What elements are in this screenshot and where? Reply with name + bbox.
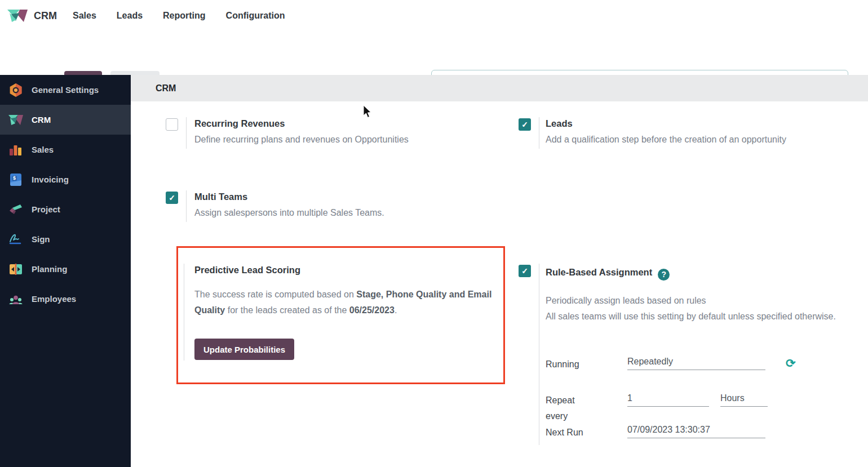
repeat-unit-field[interactable]: Hours (720, 393, 768, 407)
divider (184, 264, 184, 361)
check-icon: ✓ (169, 193, 175, 202)
menu-sales[interactable]: Sales (73, 11, 96, 21)
rule-based-assignment-title: Rule-Based Assignment (546, 267, 652, 277)
multi-teams-checkbox[interactable]: ✓ (166, 192, 178, 204)
divider (186, 117, 187, 149)
sidebar-item-label: CRM (32, 115, 51, 124)
sidebar-item-planning[interactable]: Planning (0, 254, 131, 284)
sidebar-item-label: Employees (32, 294, 76, 304)
refresh-icon[interactable]: ⟳ (786, 357, 796, 369)
sign-icon (8, 232, 24, 247)
control-panel: Settings Save Discard (0, 32, 868, 75)
crm-app-logo-icon[interactable] (7, 7, 28, 24)
next-run-field[interactable]: 07/09/2023 13:30:37 (627, 425, 765, 438)
repeat-every-label: Repeat every (546, 393, 592, 424)
sidebar-item-label: Sales (32, 145, 54, 154)
recurring-revenues-description: Define recurring plans and revenues on O… (194, 132, 499, 147)
leads-title: Leads (546, 118, 861, 129)
desc-text: . (395, 305, 397, 315)
project-icon (8, 202, 24, 217)
leads-checkbox[interactable]: ✓ (519, 118, 531, 131)
settings-sidebar: General Settings CRM Sales (0, 75, 131, 467)
sidebar-item-label: General Settings (32, 85, 99, 95)
top-navbar: CRM Sales Leads Reporting Configuration (0, 0, 868, 32)
running-label: Running (546, 357, 579, 372)
sales-icon (8, 142, 24, 158)
rule-based-description-line1: Periodically assign leads based on rules (546, 293, 861, 309)
svg-text:$: $ (13, 175, 16, 181)
sidebar-item-crm[interactable]: CRM (0, 105, 131, 135)
divider (539, 117, 539, 149)
employees-icon (8, 291, 24, 307)
sidebar-item-employees[interactable]: Employees (0, 284, 131, 314)
crm-icon (8, 112, 24, 128)
check-icon: ✓ (521, 266, 528, 275)
predictive-lead-scoring-description: The success rate is computed based on St… (194, 287, 504, 318)
update-probabilities-button[interactable]: Update Probabilities (194, 339, 294, 360)
sidebar-item-label: Sign (32, 234, 50, 244)
check-icon: ✓ (521, 120, 528, 129)
sidebar-item-label: Project (32, 204, 60, 214)
sidebar-item-sales[interactable]: Sales (0, 135, 131, 164)
menu-reporting[interactable]: Reporting (163, 11, 206, 21)
crm-settings-page: CRM Sales Leads Reporting Configuration … (0, 0, 868, 467)
predictive-lead-scoring-title: Predictive Lead Scoring (194, 265, 504, 275)
recurring-revenues-title: Recurring Revenues (194, 118, 499, 129)
multi-teams-title: Multi Teams (194, 192, 499, 202)
sidebar-item-invoicing[interactable]: $ Invoicing (0, 164, 131, 194)
section-header-title: CRM (156, 83, 176, 94)
desc-text: for the leads created as of the (225, 305, 349, 315)
leads-description: Add a qualification step before the crea… (546, 132, 861, 147)
invoicing-icon: $ (8, 172, 24, 188)
next-run-label: Next Run (546, 425, 583, 441)
desc-bold-date: 06/25/2023 (349, 305, 395, 315)
menu-leads[interactable]: Leads (117, 11, 143, 21)
sidebar-item-general-settings[interactable]: General Settings (0, 75, 131, 105)
topnav-menu: Sales Leads Reporting Configuration (73, 11, 285, 21)
recurring-revenues-checkbox[interactable] (166, 118, 178, 131)
divider (186, 190, 187, 222)
section-header-bar: CRM (131, 75, 868, 101)
sidebar-item-project[interactable]: Project (0, 194, 131, 224)
desc-text: The success rate is computed based on (194, 290, 356, 299)
sidebar-item-label: Planning (32, 264, 67, 274)
rule-based-description-line2: All sales teams will use this setting by… (546, 309, 861, 324)
general-settings-icon (8, 82, 24, 98)
sidebar-item-label: Invoicing (32, 175, 69, 184)
running-field[interactable]: Repeatedly (627, 357, 765, 370)
app-name[interactable]: CRM (34, 10, 57, 22)
multi-teams-description: Assign salespersons into multiple Sales … (194, 206, 499, 220)
divider (539, 264, 539, 445)
sidebar-item-sign[interactable]: Sign (0, 224, 131, 254)
mouse-cursor (363, 105, 373, 118)
rule-based-assignment-checkbox[interactable]: ✓ (519, 265, 531, 277)
menu-configuration[interactable]: Configuration (226, 11, 285, 21)
repeat-every-field[interactable]: 1 (627, 393, 709, 407)
planning-icon (8, 261, 24, 277)
help-icon[interactable]: ? (658, 269, 670, 281)
